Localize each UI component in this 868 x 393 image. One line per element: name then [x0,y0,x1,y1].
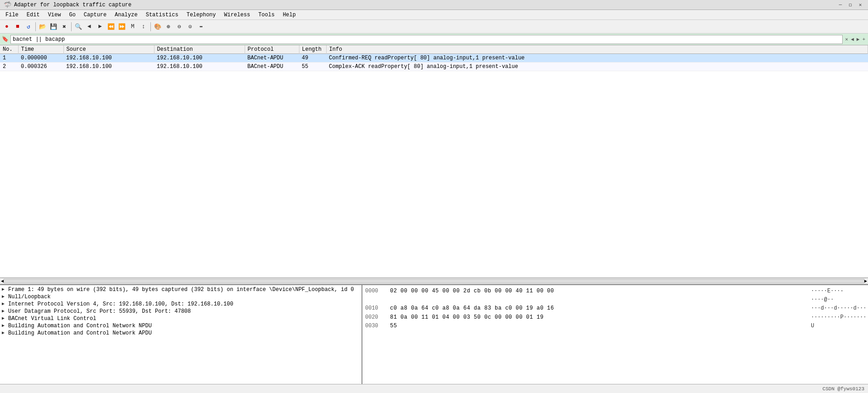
filter-input[interactable] [10,35,843,44]
scroll-right-icon[interactable]: ▶ [864,278,867,284]
col-header-protocol[interactable]: Protocol [245,45,299,54]
detail-item-1[interactable]: ▶Null/Loopback [0,293,362,301]
zoom-out-button[interactable]: ⊖ [174,22,184,32]
menu-item-capture[interactable]: Capture [80,11,110,19]
detail-item-2[interactable]: ▶Internet Protocol Version 4, Src: 192.1… [0,301,362,308]
next-packet-button[interactable]: ► [95,22,105,32]
packet-row-1[interactable]: 10.000000192.168.10.100192.168.10.100BAC… [0,54,868,63]
detail-item-5[interactable]: ▶Building Automation and Control Network… [0,322,362,330]
title-controls: ─ ◻ ✕ [836,1,864,9]
menu-item-tools[interactable]: Tools [255,11,278,19]
start-capture-button[interactable]: ● [2,22,12,32]
menu-item-help[interactable]: Help [279,11,299,19]
menu-item-wireless[interactable]: Wireless [221,11,254,19]
menu-item-go[interactable]: Go [65,11,79,19]
packet-cell-2-2: 192.168.10.100 [63,63,154,71]
open-file-button[interactable]: 📂 [38,22,48,32]
save-file-button[interactable]: 💾 [48,22,58,32]
detail-expand-icon-3[interactable]: ▶ [2,308,6,314]
toolbar-separator [71,22,72,31]
title-bar: 🦈 Adapter for loopback traffic capture ─… [0,0,868,10]
toolbar-separator [150,22,151,31]
menu-item-telephony[interactable]: Telephony [183,11,220,19]
bytes-hex-2: 81 0a 00 11 01 04 00 03 50 0c 00 00 00 0… [390,313,802,322]
packet-cell-1-1: 0.000000 [18,54,63,63]
detail-expand-icon-2[interactable]: ▶ [2,301,6,306]
bytes-hex-0: 02 00 00 00 45 00 00 2d cb 0b 00 00 40 1… [390,287,802,304]
packet-list[interactable]: No. Time Source Destination Protocol Len… [0,45,868,278]
next-marked-button[interactable]: ⏩ [117,22,127,32]
bytes-ascii-2: ·········P······· [811,313,865,322]
col-header-length[interactable]: Length [299,45,326,54]
packet-cell-2-5: 55 [299,63,326,71]
scroll-track[interactable] [4,279,864,283]
detail-expand-icon-6[interactable]: ▶ [2,330,6,335]
bytes-row-2: 002081 0a 00 11 01 04 00 03 50 0c 00 00 … [365,313,865,322]
packet-row-2[interactable]: 20.000326192.168.10.100192.168.10.100BAC… [0,63,868,71]
packet-cell-2-0: 2 [0,63,18,71]
bytes-row-3: 003055U [365,322,865,330]
bytes-offset-3: 0030 [365,322,381,330]
filter-arrow-right-icon[interactable]: ▶ [856,36,861,42]
filter-controls: ✕ ◀ ▶ + [844,36,866,42]
detail-expand-icon-4[interactable]: ▶ [2,315,6,321]
menu-item-file[interactable]: File [2,11,22,19]
packet-table-header: No. Time Source Destination Protocol Len… [0,45,868,54]
horizontal-scrollbar[interactable]: ◀ ▶ [0,278,868,284]
status-bar: CSDN @fyws0123 [0,384,868,393]
packet-cell-1-6: Confirmed-REQ readProperty[ 80] analog-i… [326,54,868,63]
menu-item-analyze[interactable]: Analyze [111,11,141,19]
detail-text-4: BACnet Virtual Link Control [8,315,360,322]
filter-bar: 🔖 ✕ ◀ ▶ + [0,34,868,45]
bytes-ascii-0: ·····E···-····@·· [811,287,865,304]
detail-expand-icon-0[interactable]: ▶ [2,286,6,292]
col-header-info[interactable]: Info [326,45,868,54]
find-packet-button[interactable]: 🔍 [73,22,83,32]
filter-arrow-left-icon[interactable]: ◀ [850,36,855,42]
packet-cell-2-1: 0.000326 [18,63,63,71]
go-first-button[interactable]: ↕ [139,22,149,32]
main-content: No. Time Source Destination Protocol Len… [0,45,868,384]
prev-marked-button[interactable]: ⏪ [106,22,116,32]
packet-detail-pane[interactable]: ▶Frame 1: 49 bytes on wire (392 bits), 4… [0,285,362,384]
bytes-ascii-3: U [811,322,865,330]
detail-text-2: Internet Protocol Version 4, Src: 192.16… [8,301,360,307]
restore-button[interactable]: ◻ [846,1,854,9]
resize-cols-button[interactable]: ⬌ [196,22,206,32]
filter-bookmark-icon[interactable]: 🔖 [2,36,9,43]
filter-close-icon[interactable]: ✕ [844,36,849,42]
packet-bytes-pane[interactable]: 000002 00 00 00 45 00 00 2d cb 0b 00 00 … [362,285,868,384]
bytes-hex-3: 55 [390,322,802,330]
bytes-row-0: 000002 00 00 00 45 00 00 2d cb 0b 00 00 … [365,287,865,304]
zoom-reset-button[interactable]: ⊙ [185,22,195,32]
zoom-in-button[interactable]: ⊕ [164,22,174,32]
detail-item-0[interactable]: ▶Frame 1: 49 bytes on wire (392 bits), 4… [0,286,362,293]
packet-cell-2-3: 192.168.10.100 [154,63,245,71]
detail-expand-icon-5[interactable]: ▶ [2,323,6,328]
detail-text-6: Building Automation and Control Network … [8,330,360,336]
close-button[interactable]: ✕ [856,1,864,9]
detail-expand-icon-1[interactable]: ▶ [2,294,6,299]
menu-bar: FileEditViewGoCaptureAnalyzeStatisticsTe… [0,10,868,20]
menu-item-view[interactable]: View [44,11,65,19]
prev-packet-button[interactable]: ◄ [84,22,94,32]
menu-item-statistics[interactable]: Statistics [142,11,182,19]
header-row: No. Time Source Destination Protocol Len… [0,45,868,54]
col-header-destination[interactable]: Destination [154,45,245,54]
mark-packet-button[interactable]: M [128,22,138,32]
close-file-button[interactable]: ✖ [59,22,69,32]
toolbar: ●■↺📂💾✖🔍◄►⏪⏩M↕🎨⊕⊖⊙⬌ [0,20,868,34]
detail-item-6[interactable]: ▶Building Automation and Control Network… [0,330,362,337]
col-header-time[interactable]: Time [18,45,63,54]
stop-capture-button[interactable]: ■ [13,22,23,32]
colorize-button[interactable]: 🎨 [153,22,163,32]
packet-cell-1-4: BACnet-APDU [245,54,299,63]
col-header-source[interactable]: Source [63,45,154,54]
detail-item-3[interactable]: ▶User Datagram Protocol, Src Port: 55939… [0,308,362,315]
restart-capture-button[interactable]: ↺ [24,22,34,32]
menu-item-edit[interactable]: Edit [23,11,43,19]
filter-plus-icon[interactable]: + [861,37,866,42]
minimize-button[interactable]: ─ [836,1,844,9]
detail-item-4[interactable]: ▶BACnet Virtual Link Control [0,315,362,322]
col-header-no[interactable]: No. [0,45,18,54]
